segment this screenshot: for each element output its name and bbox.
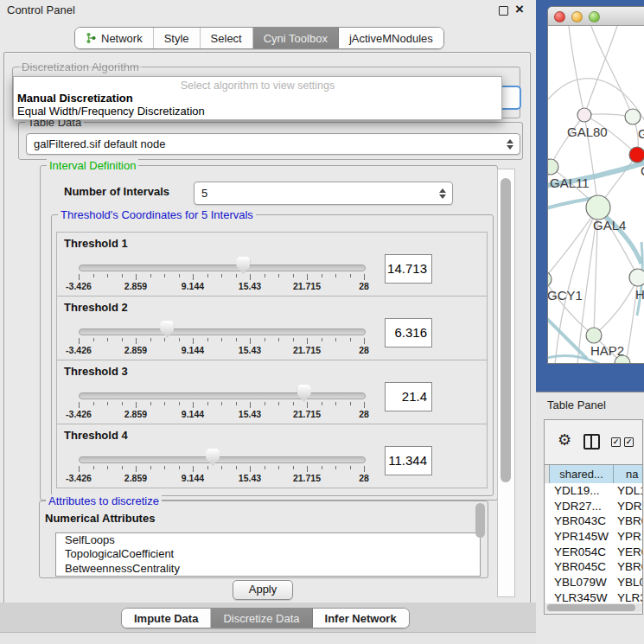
- slider-thumb[interactable]: [236, 257, 250, 274]
- tab-network-label: Network: [101, 32, 143, 45]
- tick-mark: [364, 466, 365, 472]
- popup-option-manual-discretization[interactable]: Manual Discretization: [17, 92, 133, 105]
- slider-track[interactable]: [79, 392, 366, 399]
- tab-style[interactable]: Style: [154, 28, 201, 48]
- number-of-intervals-spinner[interactable]: 5: [194, 182, 453, 205]
- attributes-list-scrollbar-thumb[interactable]: [475, 503, 485, 538]
- tab-select[interactable]: Select: [201, 28, 253, 48]
- slider-track[interactable]: [79, 456, 366, 463]
- tab-cyni-toolbox[interactable]: Cyni Toolbox: [253, 28, 339, 48]
- table-row[interactable]: YLR345WYLR34: [545, 590, 643, 603]
- table-row[interactable]: YPR145WYPR14: [545, 529, 643, 545]
- tick-mark: [307, 402, 308, 408]
- threshold-value-field[interactable]: 11.344: [385, 446, 432, 475]
- settings-scrollbar-thumb[interactable]: [501, 178, 511, 482]
- close-icon[interactable]: ×: [515, 0, 524, 19]
- tick-mark: [350, 402, 351, 405]
- tick-mark: [179, 402, 180, 405]
- slider-tick-labels: -3.4262.8599.14415.4321.71528: [79, 345, 365, 356]
- number-of-intervals-value: 5: [201, 187, 207, 200]
- window-close-traffic-light-icon[interactable]: [554, 11, 565, 22]
- threshold-value-field[interactable]: 6.316: [385, 318, 432, 348]
- cyni-toolbox-panel: Discretization Algorithm Select algorith…: [3, 52, 531, 604]
- cell-shared-name: YDL19...: [554, 484, 600, 497]
- network-edge-highlighted: [548, 316, 587, 359]
- table-horizontal-scrollbar[interactable]: [545, 603, 643, 612]
- threshold-value-field[interactable]: 21.4: [385, 382, 432, 411]
- tick-mark: [265, 402, 265, 405]
- tick-mark: [278, 338, 279, 341]
- numerical-attributes-list[interactable]: SelfLoopsTopologicalCoefficientBetweenne…: [55, 532, 481, 577]
- tick-mark: [93, 274, 94, 277]
- network-node-label: C: [641, 163, 644, 178]
- table-data-combobox[interactable]: galFiltered.sif default node: [26, 133, 520, 155]
- threshold-panel: Threshold 2-3.4262.8599.14415.4321.71528…: [56, 296, 488, 360]
- float-window-icon[interactable]: [499, 6, 508, 16]
- column-header-name[interactable]: na: [613, 465, 643, 484]
- tab-network[interactable]: Network: [75, 28, 154, 48]
- network-edge: [584, 26, 617, 115]
- attribute-list-item[interactable]: TopologicalCoefficient: [56, 547, 480, 561]
- network-node-GCY1[interactable]: [548, 271, 552, 287]
- slider-thumb[interactable]: [160, 321, 174, 338]
- tick-mark: [150, 274, 151, 277]
- slider-thumb[interactable]: [206, 449, 220, 466]
- window-zoom-traffic-light-icon[interactable]: [589, 11, 600, 22]
- tab-impute-data[interactable]: Impute Data: [122, 609, 211, 628]
- threshold-panel: Threshold 1-3.4262.8599.14415.4321.71528…: [56, 232, 488, 296]
- slider-track[interactable]: [79, 328, 366, 335]
- table-row[interactable]: YBL079WYBL07: [545, 575, 643, 590]
- tick-mark: [107, 338, 108, 341]
- tick-label: 2.859: [124, 473, 147, 483]
- table-row[interactable]: YDL19...YDL19: [545, 483, 643, 499]
- checkbox-icon-2[interactable]: ✓: [624, 437, 634, 447]
- gear-icon[interactable]: ⚙: [558, 430, 571, 450]
- network-node-GAL11[interactable]: [548, 159, 558, 175]
- attribute-list-item[interactable]: BetweennessCentrality: [56, 562, 480, 576]
- popup-option-equal-width-frequency[interactable]: Equal Width/Frequency Discretization: [17, 105, 205, 118]
- threshold-panel: Threshold 3-3.4262.8599.14415.4321.71528…: [56, 360, 488, 424]
- tab-cyni-toolbox-label: Cyni Toolbox: [264, 32, 328, 45]
- network-window-titlebar[interactable]: [548, 7, 644, 26]
- checkbox-icon-1[interactable]: ✓: [611, 437, 621, 447]
- table-row[interactable]: YER054CYER05: [545, 545, 643, 560]
- network-node-HAP2[interactable]: [586, 328, 602, 343]
- cell-shared-name: YPR145W: [554, 530, 609, 543]
- apply-button[interactable]: Apply: [233, 580, 293, 600]
- threshold-value-field[interactable]: 14.713: [385, 254, 432, 284]
- table-row[interactable]: YBR043CYBR04: [545, 513, 643, 529]
- network-node-GAL4[interactable]: [586, 195, 610, 220]
- cell-name: YBR04: [617, 560, 643, 573]
- tick-label: 2.859: [124, 409, 147, 419]
- network-node-GA[interactable]: [625, 109, 641, 124]
- tick-mark: [364, 402, 365, 408]
- tab-jactivemnodules[interactable]: jActiveMNodules: [339, 28, 443, 48]
- split-columns-icon[interactable]: [583, 434, 600, 450]
- table-horizontal-scrollbar-thumb[interactable]: [547, 604, 635, 611]
- tick-mark: [79, 338, 80, 344]
- tab-infer-network[interactable]: Infer Network: [313, 609, 409, 628]
- tick-mark: [364, 274, 365, 280]
- tick-mark: [278, 402, 279, 405]
- network-desktop-area: GAL80GACGAL11GAL4GCY1HHAP2: [536, 0, 644, 392]
- settings-scrollbar[interactable]: [497, 169, 515, 597]
- slider-thumb[interactable]: [297, 385, 311, 402]
- network-node-H[interactable]: [629, 269, 644, 286]
- network-view-window[interactable]: GAL80GACGAL11GAL4GCY1HHAP2: [547, 6, 644, 364]
- network-node-C[interactable]: [629, 147, 644, 163]
- table-row[interactable]: YDR27...YDR27: [545, 499, 643, 514]
- number-of-intervals-label: Number of Intervals: [64, 185, 169, 198]
- table-row[interactable]: YBR045CYBR04: [545, 559, 643, 575]
- slider-track[interactable]: [79, 265, 366, 271]
- tick-mark: [236, 338, 237, 341]
- network-node-GAL80[interactable]: [577, 108, 591, 122]
- window-minimize-traffic-light-icon[interactable]: [571, 11, 583, 22]
- tick-mark: [307, 466, 308, 472]
- tab-discretize-data[interactable]: Discretize Data: [211, 609, 312, 628]
- tick-mark: [179, 338, 180, 341]
- column-header-shared-name[interactable]: shared...: [549, 465, 614, 484]
- tick-label: 21.715: [293, 345, 321, 355]
- attribute-list-item[interactable]: SelfLoops: [56, 533, 480, 547]
- network-canvas[interactable]: GAL80GACGAL11GAL4GCY1HHAP2: [548, 26, 644, 363]
- tick-mark: [122, 402, 123, 405]
